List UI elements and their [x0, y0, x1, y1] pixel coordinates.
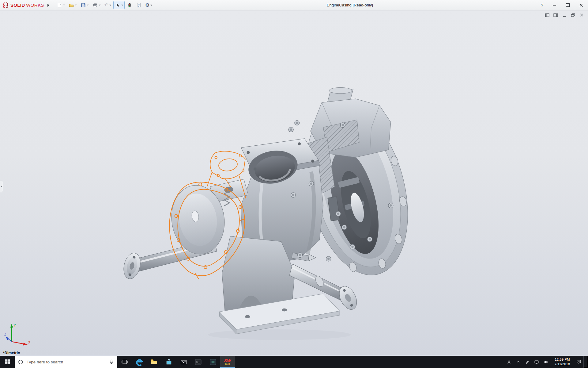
- dock-pane-right-button[interactable]: [553, 13, 559, 17]
- y-axis-label: Y: [14, 324, 16, 327]
- mail-button[interactable]: [176, 356, 191, 368]
- console-button[interactable]: [191, 356, 205, 368]
- task-view-icon: [121, 358, 129, 366]
- chevron-down-icon: [75, 5, 77, 6]
- gear-icon: ⚙: [145, 3, 149, 8]
- z-axis-arrow: [6, 337, 9, 340]
- cortana-icon: [18, 359, 23, 365]
- doc-close-button[interactable]: [579, 13, 584, 17]
- dark-app-button[interactable]: [205, 356, 220, 368]
- people-button[interactable]: [504, 356, 514, 368]
- taskbar-clock[interactable]: 12:59 PM 7/11/2018: [550, 356, 574, 368]
- z-axis-label: Z: [4, 333, 6, 336]
- left-shaft-flange[interactable]: [121, 251, 143, 281]
- minimize-button[interactable]: [548, 0, 561, 10]
- start-button[interactable]: [0, 356, 15, 368]
- open-button[interactable]: [67, 1, 78, 9]
- close-button[interactable]: [575, 0, 588, 10]
- engine-model[interactable]: [121, 87, 424, 340]
- close-icon: [579, 3, 583, 7]
- select-cursor-icon: [115, 2, 120, 8]
- chevron-up-icon: [516, 359, 521, 364]
- solidworks-taskbar-button[interactable]: SW 2017: [220, 356, 235, 368]
- window-controls: ?: [537, 0, 588, 10]
- minimize-icon: [553, 5, 556, 6]
- maximize-icon: [566, 3, 570, 7]
- brand-text-works: WORKS: [26, 2, 44, 8]
- x-axis-label: X: [28, 341, 30, 344]
- clock-time: 12:59 PM: [555, 357, 570, 362]
- doc-restore-button[interactable]: [570, 13, 576, 17]
- maximize-button[interactable]: [561, 0, 575, 10]
- print-button[interactable]: [91, 1, 102, 9]
- print-icon: [92, 2, 98, 8]
- rebuild-stoplight-icon: [127, 2, 132, 8]
- standard-toolbar: ↶: [55, 1, 154, 9]
- solidworks-icon: SW 2017: [224, 358, 231, 366]
- chevron-down-icon: [109, 5, 111, 6]
- options-button[interactable]: ⚙: [144, 1, 154, 9]
- windows-logo-icon: [5, 359, 10, 365]
- document-title: EngineCasing [Read-only]: [327, 0, 373, 10]
- volume-button[interactable]: [541, 356, 550, 368]
- chevron-down-icon: [121, 5, 123, 6]
- network-button[interactable]: [532, 356, 541, 368]
- task-view-button[interactable]: [117, 356, 132, 368]
- undo-icon: ↶: [104, 3, 108, 8]
- rebuild-button[interactable]: [125, 1, 134, 9]
- menu-expand-arrow[interactable]: [45, 1, 51, 9]
- microphone-icon[interactable]: [109, 359, 114, 365]
- windows-taskbar: SW 2017: [0, 356, 588, 368]
- file-properties-icon: [136, 2, 141, 8]
- orientation-triad[interactable]: Y X Z: [4, 320, 32, 348]
- document-window-controls: [545, 13, 584, 17]
- show-desktop-button[interactable]: [583, 356, 588, 368]
- clock-date: 7/11/2018: [555, 362, 570, 366]
- triangle-right-icon: [47, 4, 49, 7]
- chevron-down-icon: [150, 5, 152, 6]
- solidworks-logo: SOLIDWORKS: [0, 2, 45, 9]
- new-document-button[interactable]: [55, 1, 66, 9]
- view-orientation-label: *Dimetric: [3, 351, 20, 355]
- chevron-down-icon: [87, 5, 89, 6]
- edge-button[interactable]: [132, 356, 147, 368]
- file-explorer-button[interactable]: [147, 356, 161, 368]
- undo-button[interactable]: ↶: [103, 1, 113, 9]
- hidden-icons-button[interactable]: [514, 356, 523, 368]
- dock-pane-left-icon: [545, 13, 550, 17]
- dock-pane-right-icon: [553, 13, 558, 17]
- viewport-3d[interactable]: Y X Z *Dimetric: [0, 10, 588, 356]
- y-axis-arrow: [10, 324, 13, 328]
- file-properties-button[interactable]: [134, 1, 143, 9]
- system-tray: 12:59 PM 7/11/2018: [504, 356, 588, 368]
- console-icon: [194, 358, 202, 366]
- x-axis-arrow: [23, 343, 28, 346]
- file-explorer-icon: [150, 358, 158, 366]
- model-canvas[interactable]: [0, 10, 588, 356]
- network-icon: [534, 359, 539, 365]
- doc-minimize-button[interactable]: [562, 13, 567, 17]
- open-folder-icon: [69, 2, 74, 8]
- store-button[interactable]: [161, 356, 176, 368]
- search-input[interactable]: [26, 359, 106, 365]
- help-button[interactable]: ?: [537, 0, 548, 10]
- titlebar: SOLIDWORKS: [0, 0, 588, 10]
- store-icon: [165, 358, 173, 366]
- doc-restore-icon: [571, 13, 575, 17]
- solidworks-icon-year: 2017: [225, 363, 230, 366]
- doc-close-icon: [580, 13, 583, 17]
- action-center-icon: [576, 359, 582, 365]
- dock-pane-left-button[interactable]: [545, 13, 550, 17]
- chevron-down-icon: [63, 5, 65, 6]
- save-button[interactable]: [79, 1, 90, 9]
- taskbar-search[interactable]: [15, 356, 117, 368]
- model-shadow: [208, 329, 351, 340]
- brand-text-solid: SOLID: [10, 2, 25, 8]
- solidworks-icon-text: SW: [224, 358, 231, 363]
- action-center-button[interactable]: [574, 356, 583, 368]
- mail-icon: [180, 358, 187, 366]
- solidworks-logo-mark: [2, 2, 9, 9]
- select-button[interactable]: [113, 1, 125, 9]
- volume-icon: [543, 359, 548, 365]
- windows-ink-button[interactable]: [523, 356, 532, 368]
